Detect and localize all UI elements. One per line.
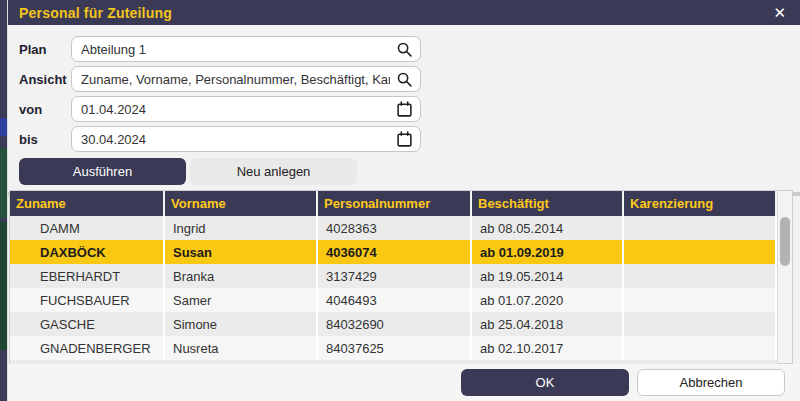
- table-row[interactable]: DAMMIngrid4028363ab 08.05.2014: [10, 216, 777, 240]
- column-header-besch-ftigt[interactable]: Beschäftigt: [472, 191, 624, 216]
- table-scrollbar-track[interactable]: [777, 191, 792, 363]
- table-cell: ab 02.10.2017: [472, 336, 624, 360]
- ansicht-label: Ansicht: [19, 72, 71, 87]
- table-body: DAMMIngrid4028363ab 08.05.2014DAXBÖCKSus…: [10, 216, 777, 360]
- table-cell: [624, 336, 777, 360]
- calendar-icon[interactable]: [396, 131, 413, 148]
- ansicht-input[interactable]: Zuname, Vorname, Personalnummer, Beschäf…: [71, 66, 421, 92]
- plan-field-row: PlanAbteilung 1: [19, 36, 800, 62]
- table-cell: Susan: [165, 240, 318, 264]
- table-cell: DAMM: [10, 216, 165, 240]
- table-row[interactable]: FUCHSBAUERSamer4046493ab 01.07.2020: [10, 288, 777, 312]
- table-cell: [624, 216, 777, 240]
- table-cell: Simone: [165, 312, 318, 336]
- search-icon[interactable]: [396, 41, 413, 58]
- table-cell: EBERHARDT: [10, 264, 165, 288]
- table-scrollbar-thumb[interactable]: [780, 217, 790, 266]
- ok-button[interactable]: OK: [461, 369, 629, 396]
- bis-field-row: bis30.04.2024: [19, 126, 800, 152]
- bis-label: bis: [19, 132, 71, 147]
- form-fields: PlanAbteilung 1AnsichtZuname, Vorname, P…: [8, 25, 800, 152]
- table-cell: Ingrid: [165, 216, 318, 240]
- column-header-karenzierung[interactable]: Karenzierung: [624, 191, 777, 216]
- table-cell: 84037625: [318, 336, 472, 360]
- plan-label: Plan: [19, 42, 71, 57]
- dialog-footer: OK Abbrechen: [8, 364, 800, 401]
- table-cell: FUCHSBAUER: [10, 288, 165, 312]
- background-app-edge: [0, 0, 7, 401]
- table-cell: Branka: [165, 264, 318, 288]
- background-segment: [0, 118, 7, 136]
- table-cell: [624, 264, 777, 288]
- close-icon[interactable]: ✕: [773, 5, 786, 20]
- table-cell: ab 08.05.2014: [472, 216, 624, 240]
- plan-input[interactable]: Abteilung 1: [71, 36, 421, 62]
- table-cell: 4046493: [318, 288, 472, 312]
- dialog-titlebar: Personal für Zuteilung ✕: [8, 0, 800, 25]
- column-header-zuname[interactable]: Zuname: [10, 191, 165, 216]
- action-buttons: Ausführen Neu anlegen: [19, 158, 800, 185]
- von-value: 01.04.2024: [81, 102, 146, 117]
- bis-input[interactable]: 30.04.2024: [71, 126, 421, 152]
- column-header-vorname[interactable]: Vorname: [165, 191, 318, 216]
- table-cell: 4036074: [318, 240, 472, 264]
- table-cell: Samer: [165, 288, 318, 312]
- background-segment: [0, 222, 7, 350]
- personnel-table: ZunameVornamePersonalnummerBeschäftigtKa…: [9, 190, 793, 364]
- column-header-personalnummer[interactable]: Personalnummer: [318, 191, 472, 216]
- table-cell: Nusreta: [165, 336, 318, 360]
- ansicht-value: Zuname, Vorname, Personalnummer, Beschäf…: [81, 72, 390, 87]
- search-icon[interactable]: [396, 71, 413, 88]
- table-cell: 3137429: [318, 264, 472, 288]
- neu-anlegen-button[interactable]: Neu anlegen: [190, 158, 357, 185]
- von-label: von: [19, 102, 71, 117]
- bis-value: 30.04.2024: [81, 132, 146, 147]
- table-cell: ab 19.05.2014: [472, 264, 624, 288]
- table-cell: 4028363: [318, 216, 472, 240]
- table-row[interactable]: GNADENBERGERNusreta84037625ab 02.10.2017: [10, 336, 777, 360]
- calendar-icon[interactable]: [396, 101, 413, 118]
- background-segment: [0, 148, 7, 218]
- table-cell: GASCHE: [10, 312, 165, 336]
- table-header-row: ZunameVornamePersonalnummerBeschäftigtKa…: [10, 191, 777, 216]
- abbrechen-button[interactable]: Abbrechen: [637, 369, 785, 396]
- plan-value: Abteilung 1: [81, 42, 146, 57]
- table-cell: DAXBÖCK: [10, 240, 165, 264]
- table-row[interactable]: EBERHARDTBranka3137429ab 19.05.2014: [10, 264, 777, 288]
- table-cell: ab 25.04.2018: [472, 312, 624, 336]
- ansicht-field-row: AnsichtZuname, Vorname, Personalnummer, …: [19, 66, 800, 92]
- ausfuehren-button[interactable]: Ausführen: [19, 158, 186, 185]
- table-row[interactable]: GASCHESimone84032690ab 25.04.2018: [10, 312, 777, 336]
- von-field-row: von01.04.2024: [19, 96, 800, 122]
- table-cell: [624, 288, 777, 312]
- table-cell: [624, 312, 777, 336]
- table-cell: [624, 240, 777, 264]
- table-cell: ab 01.09.2019: [472, 240, 624, 264]
- von-input[interactable]: 01.04.2024: [71, 96, 421, 122]
- table-cell: 84032690: [318, 312, 472, 336]
- personal-zuteilung-dialog: Personal für Zuteilung ✕ PlanAbteilung 1…: [7, 0, 800, 401]
- dialog-title: Personal für Zuteilung: [19, 5, 172, 21]
- table-row-selected[interactable]: DAXBÖCKSusan4036074ab 01.09.2019: [10, 240, 777, 264]
- table-cell: ab 01.07.2020: [472, 288, 624, 312]
- table-cell: GNADENBERGER: [10, 336, 165, 360]
